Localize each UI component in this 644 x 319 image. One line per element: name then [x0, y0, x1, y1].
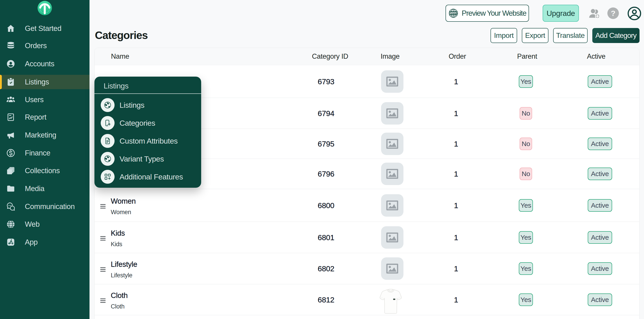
svg-text:?: ? — [611, 9, 616, 18]
